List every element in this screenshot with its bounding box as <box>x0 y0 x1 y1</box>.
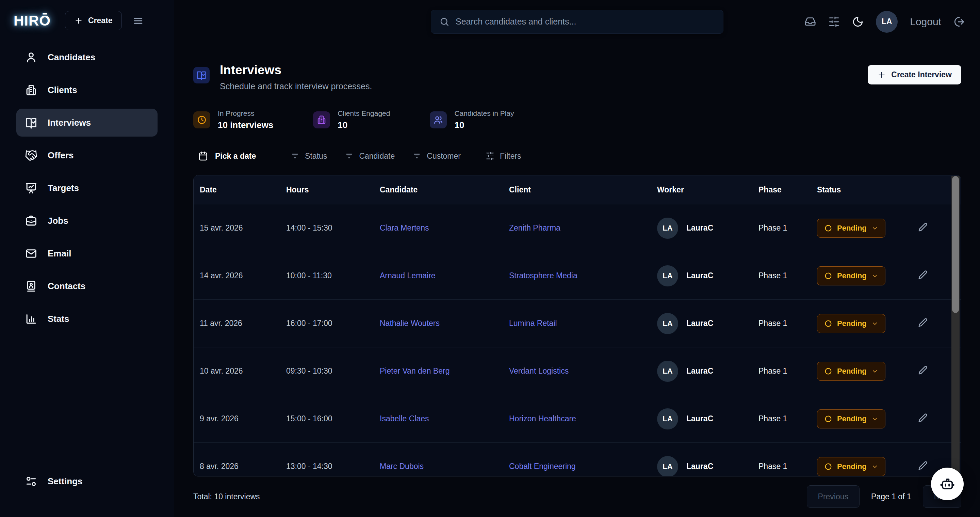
sidebar-item-email[interactable]: Email <box>16 239 158 267</box>
table-row: 8 avr. 2026 13:00 - 14:30 Marc Dubois Co… <box>194 443 961 477</box>
client-link[interactable]: Cobalt Engineering <box>509 462 657 471</box>
table-row: 15 avr. 2026 14:00 - 15:30 Clara Mertens… <box>194 204 961 252</box>
candidate-filter[interactable]: Candidate <box>345 152 395 161</box>
column-header-phase: Phase <box>759 185 817 195</box>
bar-chart-icon <box>25 313 37 325</box>
client-link[interactable]: Horizon Healthcare <box>509 414 657 423</box>
worker-cell: LA LauraC <box>657 313 759 334</box>
assistant-fab-button[interactable] <box>931 468 964 500</box>
edit-icon[interactable] <box>918 460 928 471</box>
client-link[interactable]: Stratosphere Media <box>509 271 657 280</box>
scrollbar-thumb[interactable] <box>952 176 959 313</box>
customer-filter[interactable]: Customer <box>412 152 461 161</box>
search-input[interactable] <box>456 17 715 27</box>
app-logo: HIRŌ <box>14 13 51 29</box>
sidebar-item-settings[interactable]: Settings <box>16 467 158 495</box>
user-icon <box>25 51 37 64</box>
client-link[interactable]: Verdant Logistics <box>509 367 657 376</box>
stat-candidates-in-play: Candidates in Play 10 <box>430 109 514 131</box>
search-bar[interactable] <box>431 10 724 34</box>
interviews-page-icon <box>193 67 210 83</box>
chevron-down-icon <box>872 463 878 470</box>
interview-hours: 14:00 - 15:30 <box>286 223 380 233</box>
sidebar-item-label: Interviews <box>48 118 91 128</box>
edit-icon[interactable] <box>918 413 928 423</box>
sidebar-item-offers[interactable]: Offers <box>16 141 158 169</box>
filter-lines-icon <box>345 152 353 160</box>
circle-icon <box>824 367 832 375</box>
table-row: 9 avr. 2026 15:00 - 16:00 Isabelle Claes… <box>194 395 961 443</box>
phase-label: Phase 1 <box>759 223 817 233</box>
user-avatar[interactable]: LA <box>876 11 898 33</box>
candidate-link[interactable]: Nathalie Wouters <box>380 319 509 328</box>
previous-page-button[interactable]: Previous <box>807 485 859 508</box>
circle-icon <box>824 463 832 471</box>
edit-icon[interactable] <box>918 222 928 232</box>
status-badge[interactable]: Pending <box>817 457 885 476</box>
worker-cell: LA LauraC <box>657 408 759 429</box>
sidebar-item-candidates[interactable]: Candidates <box>16 43 158 71</box>
status-badge[interactable]: Pending <box>817 266 885 286</box>
status-badge[interactable]: Pending <box>817 362 885 381</box>
status-label: Pending <box>837 462 867 471</box>
sidebar-item-label: Candidates <box>48 52 95 63</box>
interview-date: 11 avr. 2026 <box>200 319 286 328</box>
client-link[interactable]: Zenith Pharma <box>509 223 657 233</box>
edit-icon[interactable] <box>918 318 928 328</box>
moon-icon[interactable] <box>852 16 864 27</box>
create-button[interactable]: Create <box>65 11 122 30</box>
robot-icon <box>940 476 955 492</box>
date-picker-button[interactable]: Pick a date <box>198 151 256 161</box>
stat-label: In Progress <box>218 109 273 118</box>
create-interview-button[interactable]: Create Interview <box>868 65 961 85</box>
candidate-link[interactable]: Clara Mertens <box>380 223 509 233</box>
chevron-down-icon <box>872 415 878 422</box>
table-header: Date Hours Candidate Client Worker Phase… <box>194 176 961 204</box>
worker-avatar: LA <box>657 456 678 477</box>
filters-button[interactable]: Filters <box>485 152 521 161</box>
logout-button[interactable]: Logout <box>910 16 941 27</box>
logout-icon[interactable] <box>953 16 965 27</box>
status-badge[interactable]: Pending <box>817 219 885 238</box>
sidebar-item-clients[interactable]: Clients <box>16 76 158 104</box>
candidate-link[interactable]: Arnaud Lemaire <box>380 271 509 280</box>
sidebar-item-label: Contacts <box>48 281 86 292</box>
topbar: LA Logout <box>174 0 980 43</box>
phase-label: Phase 1 <box>759 414 817 423</box>
client-link[interactable]: Lumina Retail <box>509 319 657 328</box>
sidebar-item-targets[interactable]: Targets <box>16 174 158 202</box>
candidate-link[interactable]: Pieter Van den Berg <box>380 367 509 376</box>
sidebar-item-stats[interactable]: Stats <box>16 305 158 333</box>
page-indicator: Page 1 of 1 <box>871 492 911 501</box>
candidate-link[interactable]: Isabelle Claes <box>380 414 509 423</box>
candidate-link[interactable]: Marc Dubois <box>380 462 509 471</box>
sliders-icon[interactable] <box>828 16 840 27</box>
status-badge[interactable]: Pending <box>817 314 885 333</box>
status-filter[interactable]: Status <box>291 152 327 161</box>
sliders-icon <box>485 152 495 160</box>
interview-hours: 16:00 - 17:00 <box>286 319 380 328</box>
status-badge[interactable]: Pending <box>817 409 885 428</box>
worker-name: LauraC <box>686 462 713 471</box>
briefcase-icon <box>25 215 37 227</box>
sidebar-item-jobs[interactable]: Jobs <box>16 207 158 235</box>
circle-icon <box>824 224 832 232</box>
sidebar-item-label: Email <box>48 248 71 259</box>
calendar-icon <box>198 151 208 161</box>
edit-icon[interactable] <box>918 270 928 280</box>
filter-row: Pick a date Status Candidate Customer Fi… <box>193 148 961 163</box>
sidebar-item-label: Clients <box>48 85 77 95</box>
interview-date: 15 avr. 2026 <box>200 223 286 233</box>
table-scrollbar[interactable] <box>951 176 959 476</box>
edit-icon[interactable] <box>918 365 928 375</box>
table-row: 11 avr. 2026 16:00 - 17:00 Nathalie Wout… <box>194 300 961 347</box>
clock-icon <box>193 112 210 128</box>
worker-cell: LA LauraC <box>657 218 759 239</box>
sidebar-item-interviews[interactable]: Interviews <box>16 109 158 137</box>
sidebar-item-contacts[interactable]: Contacts <box>16 272 158 300</box>
menu-icon[interactable] <box>133 15 143 26</box>
interview-hours: 09:30 - 10:30 <box>286 367 380 376</box>
inbox-icon[interactable] <box>804 16 816 27</box>
plus-icon <box>877 70 886 79</box>
stat-value: 10 <box>337 120 390 131</box>
